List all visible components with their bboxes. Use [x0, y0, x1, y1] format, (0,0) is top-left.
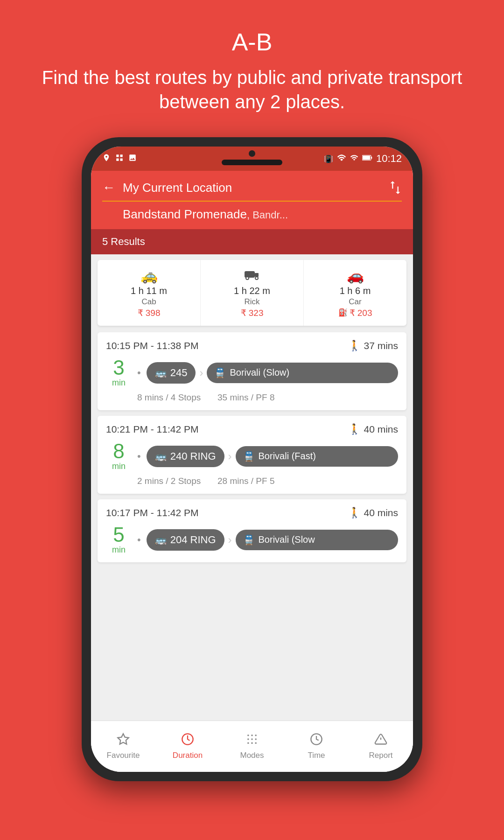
vibrate-icon: 📳 [324, 154, 333, 163]
car-price: ₹ 203 [350, 308, 372, 318]
route-card-2[interactable]: 10:17 PM - 11:42 PM 🚶 40 mins 5 min • [98, 499, 406, 562]
car-label: Car [349, 297, 361, 307]
route-1-bus: 🚌 240 RING [147, 446, 224, 467]
route-2-dot: • [137, 534, 141, 546]
battery-icon [362, 154, 372, 163]
tab-duration-label: Duration [173, 751, 203, 760]
results-bar: 5 Results [91, 229, 413, 254]
route-0-walk: 🚶 37 mins [348, 340, 398, 352]
modes-icon [245, 733, 259, 749]
tab-time[interactable]: Time [284, 721, 349, 772]
car-option[interactable]: 🚗 1 h 6 m Car ⛽ ₹ 203 [304, 260, 406, 326]
route-0-time-range: 10:15 PM - 11:38 PM [106, 340, 198, 351]
tab-modes-label: Modes [240, 751, 264, 760]
route-0-segments: 🚌 245 › 🚆 Borivali (Slow) [147, 362, 398, 384]
route-1-time-range: 10:21 PM - 11:42 PM [106, 424, 198, 435]
destination-location: Bandstand Promenade, Bandr... [123, 207, 288, 222]
svg-point-18 [251, 742, 253, 744]
back-button[interactable]: ← [102, 180, 115, 195]
route-2-walk: 🚶 40 mins [348, 507, 398, 519]
star-icon [117, 733, 130, 749]
rick-price: ₹ 323 [241, 308, 264, 318]
clock-icon [310, 733, 323, 749]
fuel-icon: ⛽ [338, 308, 348, 317]
route-2-train: 🚆 Borivali (Slow [236, 530, 398, 550]
wifi-icon [337, 154, 346, 163]
status-left-icons [102, 154, 137, 164]
route-0-wait: 3 min [106, 357, 132, 388]
route-0-bus: 🚌 245 [147, 362, 196, 384]
hero-subtitle: Find the best routes by public and priva… [0, 65, 504, 114]
tab-report[interactable]: Report [349, 721, 413, 772]
svg-point-12 [251, 735, 253, 736]
route-1-walk: 🚶 40 mins [348, 423, 398, 435]
svg-rect-4 [255, 273, 259, 277]
tab-time-label: Time [308, 751, 325, 760]
route-1-wait: 8 min [106, 441, 132, 471]
location-status-icon [102, 154, 111, 164]
tab-favourite-label: Favourite [107, 751, 140, 760]
status-right-icons: 📳 10:12 [324, 153, 402, 165]
transport-options-card: 🚕 1 h 11 m Cab ₹ 398 [98, 260, 406, 326]
svg-point-14 [247, 738, 249, 740]
route-1-segments: 🚌 240 RING › 🚆 Borivali (Fast) [147, 446, 398, 467]
route-card-0[interactable]: 10:15 PM - 11:38 PM 🚶 37 mins 3 min • [98, 332, 406, 410]
rick-icon [244, 267, 260, 284]
svg-rect-3 [245, 271, 255, 278]
car-icon: 🚗 [347, 267, 364, 284]
route-1-train: 🚆 Borivali (Fast) [236, 446, 398, 467]
cab-time: 1 h 11 m [131, 286, 167, 296]
route-2-wait: 5 min [106, 525, 132, 555]
tab-bar: Favourite Duration [91, 721, 413, 772]
cab-price: ₹ 398 [138, 308, 161, 318]
svg-rect-1 [371, 157, 372, 159]
tab-modes[interactable]: Modes [220, 721, 284, 772]
route-0-dot: • [137, 367, 141, 379]
route-1-arrow: › [228, 450, 232, 463]
origin-location: My Current Location [123, 181, 381, 195]
tab-duration[interactable]: Duration [155, 721, 220, 772]
results-count: 5 Results [102, 236, 145, 247]
route-2-segments: 🚌 204 RING › 🚆 Borivali (Slow [147, 529, 398, 551]
cab-option[interactable]: 🚕 1 h 11 m Cab ₹ 398 [98, 260, 201, 326]
grid-status-icon [115, 154, 124, 164]
rick-option[interactable]: 1 h 22 m Rick ₹ 323 [201, 260, 304, 326]
cab-icon: 🚕 [140, 267, 158, 284]
duration-icon [181, 733, 194, 749]
svg-rect-2 [363, 156, 370, 160]
app-header: ← My Current Location Bandstand Promenad… [91, 171, 413, 229]
svg-point-16 [255, 738, 257, 740]
route-0-bus-sub: 8 mins / 4 Stops [137, 392, 212, 403]
signal-icon [350, 154, 358, 164]
route-2-bus: 🚌 204 RING [147, 529, 224, 551]
car-time: 1 h 6 m [340, 286, 371, 296]
rick-time: 1 h 22 m [234, 286, 270, 296]
hero-title: A-B [232, 28, 273, 56]
route-0-train-sub: 35 mins / PF 8 [217, 392, 275, 403]
route-2-time-range: 10:17 PM - 11:42 PM [106, 507, 198, 518]
svg-point-13 [255, 735, 257, 736]
svg-point-8 [256, 277, 258, 279]
route-0-arrow: › [199, 366, 203, 379]
svg-point-11 [247, 735, 249, 736]
route-2-arrow: › [228, 533, 232, 546]
route-card-1[interactable]: 10:21 PM - 11:42 PM 🚶 40 mins 8 min • [98, 416, 406, 494]
tab-report-label: Report [369, 751, 392, 760]
warning-icon [374, 733, 387, 749]
svg-marker-9 [118, 734, 128, 744]
tab-favourite[interactable]: Favourite [91, 721, 155, 772]
route-1-dot: • [137, 450, 141, 462]
route-0-train: 🚆 Borivali (Slow) [207, 363, 398, 383]
route-1-bus-sub: 2 mins / 2 Stops [137, 476, 212, 486]
content-area: 🚕 1 h 11 m Cab ₹ 398 [91, 254, 413, 772]
phone-frame: 📳 10:12 ← My Current Loc [82, 137, 422, 781]
svg-point-15 [251, 738, 253, 740]
svg-point-19 [255, 742, 257, 744]
image-status-icon [128, 154, 137, 164]
svg-point-7 [246, 277, 248, 279]
rick-label: Rick [244, 297, 259, 307]
svg-point-17 [247, 742, 249, 744]
cab-label: Cab [141, 297, 156, 307]
swap-button[interactable] [389, 180, 402, 195]
route-1-train-sub: 28 mins / PF 5 [217, 476, 275, 486]
